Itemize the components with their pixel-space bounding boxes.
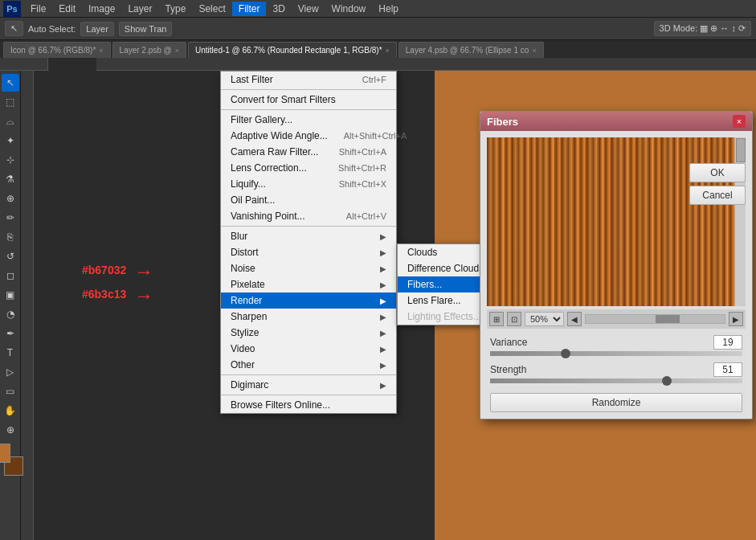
menu-item-distort[interactable]: Distort ▶ [221,244,396,260]
eyedropper-tool[interactable]: ⚗ [2,170,19,188]
preview-prev-btn[interactable]: ◀ [567,312,582,326]
strength-slider-track[interactable] [490,378,742,383]
menu-sep-4 [221,374,396,375]
menu-edit[interactable]: Edit [52,2,82,16]
menu-item-filter-gallery[interactable]: Filter Gallery... [221,112,396,128]
menu-item-lens-correction[interactable]: Lens Correction... Shift+Ctrl+R [221,160,396,176]
menu-item-vanishing-point[interactable]: Vanishing Point... Alt+Ctrl+V [221,208,396,224]
tab-2[interactable]: Untitled-1 @ 66.7% (Rounded Rectangle 1,… [188,42,397,58]
menu-3d[interactable]: 3D [266,2,291,16]
menu-window[interactable]: Window [325,2,373,16]
menu-select[interactable]: Select [192,2,231,16]
menu-item-oil-paint[interactable]: Oil Paint... [221,192,396,208]
main-layout: ↖ ⬚ ⌓ ✦ ⊹ ⚗ ⊕ ✏ ⎘ ↺ ◻ ▣ ◔ ✒ T ▷ ▭ ✋ ⊕ #b… [0,71,756,540]
fg-color-label: #b67032 → [82,264,126,276]
tab-0[interactable]: Icon @ 66.7% (RGB/8)* × [3,42,111,58]
menu-type[interactable]: Type [158,2,192,16]
strength-input[interactable] [713,362,742,377]
variance-row: Variance [490,335,742,350]
tab-bar: Icon @ 66.7% (RGB/8)* × Layer 2.psb @ × … [0,40,756,58]
show-transform-checkbox[interactable]: Show Tran [119,22,173,36]
menu-item-last-filter[interactable]: Last Filter Ctrl+F [221,72,396,88]
menu-item-adaptive[interactable]: Adaptive Wide Angle... Alt+Shift+Ctrl+A [221,128,396,144]
menu-filter[interactable]: Filter [232,2,267,16]
tab-1[interactable]: Layer 2.psb @ × [112,42,186,58]
dialog-titlebar: Fibers × [480,112,752,131]
path-selection-tool[interactable]: ▷ [2,363,19,381]
strength-label: Strength [490,364,526,375]
magic-wand-tool[interactable]: ✦ [2,132,19,149]
menu-item-smart-filters[interactable]: Convert for Smart Filters [221,92,396,108]
cancel-button[interactable]: Cancel [689,186,746,205]
menu-item-pixelate[interactable]: Pixelate ▶ [221,276,396,292]
dialog-close-button[interactable]: × [733,115,746,128]
randomize-button[interactable]: Randomize [490,393,742,412]
canvas-area: #b67032 → #6b3c13 → Last Filter Ctrl+F C… [34,71,756,540]
shape-tool[interactable]: ▭ [2,382,19,400]
variance-slider-thumb[interactable] [561,349,570,358]
hand-tool[interactable]: ✋ [2,402,19,419]
preview-next-btn[interactable]: ▶ [729,312,743,326]
auto-select-dropdown[interactable]: Layer [80,22,114,36]
fibers-dialog: Fibers × ⊞ ⊡ 5 [480,111,753,419]
menu-item-digimarc[interactable]: Digimarc ▶ [221,377,396,393]
tab-3[interactable]: Layer 4.psb @ 66.7% (Ellipse 1 co × [398,42,544,58]
tab-close-2[interactable]: × [386,47,390,55]
preview-actual-btn[interactable]: ⊡ [507,312,521,326]
tab-close-0[interactable]: × [99,47,103,55]
menu-item-render[interactable]: Render ▶ [221,292,396,309]
type-tool[interactable]: T [2,344,19,362]
menu-item-camera-raw[interactable]: Camera Raw Filter... Shift+Ctrl+A [221,144,396,160]
menu-image[interactable]: Image [82,2,121,16]
history-brush-tool[interactable]: ↺ [2,248,19,265]
foreground-color-swatch[interactable] [0,444,10,463]
variance-slider-track[interactable] [490,351,742,356]
menu-sep-2 [221,109,396,110]
dodge-tool[interactable]: ◔ [2,305,19,323]
brush-tool[interactable]: ✏ [2,209,19,227]
lasso-tool[interactable]: ⌓ [2,112,19,130]
dialog-action-buttons: OK Cancel [689,163,746,205]
tab-close-3[interactable]: × [532,47,536,55]
menu-item-sharpen[interactable]: Sharpen ▶ [221,309,396,325]
preview-fit-btn[interactable]: ⊞ [489,312,504,326]
menu-sep-1 [221,89,396,90]
menu-layer[interactable]: Layer [121,2,158,16]
crop-tool[interactable]: ⊹ [2,151,19,169]
menu-item-other[interactable]: Other ▶ [221,357,396,373]
options-bar: ↖ Auto Select: Layer Show Tran 3D Mode: … [0,18,756,40]
spot-heal-tool[interactable]: ⊕ [2,190,19,207]
preview-bottom-controls: ⊞ ⊡ 50% ◀ ▶ [487,309,746,329]
menu-item-stylize[interactable]: Stylize ▶ [221,325,396,341]
preview-hscroll-thumb [656,315,680,323]
app-logo: Ps [3,1,21,17]
menu-item-browse-filters[interactable]: Browse Filters Online... [221,397,396,413]
menu-file[interactable]: File [24,2,52,16]
dialog-body: ⊞ ⊡ 50% ◀ ▶ OK Cancel [480,131,752,419]
preview-horizontal-scrollbar[interactable] [585,314,725,324]
tab-close-1[interactable]: × [175,47,179,55]
marquee-tool[interactable]: ⬚ [2,93,19,111]
move-tool[interactable]: ↖ [2,74,19,92]
gradient-tool[interactable]: ▣ [2,286,19,304]
variance-input[interactable] [713,335,742,350]
menu-item-blur[interactable]: Blur ▶ [221,228,396,244]
pen-tool[interactable]: ✒ [2,325,19,342]
clone-tool[interactable]: ⎘ [2,228,19,246]
eraser-tool[interactable]: ◻ [2,267,19,284]
auto-select-label: Auto Select: [28,24,76,34]
zoom-dropdown[interactable]: 50% [525,312,564,326]
menu-item-video[interactable]: Video ▶ [221,341,396,357]
menu-sep-3 [221,226,396,227]
zoom-tool[interactable]: ⊕ [2,421,19,439]
menu-view[interactable]: View [292,2,325,16]
menu-item-noise[interactable]: Noise ▶ [221,260,396,276]
menu-item-liquify[interactable]: Liquify... Shift+Ctrl+X [221,176,396,192]
move-tool-options[interactable]: ↖ [5,21,23,36]
ok-button[interactable]: OK [689,163,746,182]
menu-help[interactable]: Help [372,2,405,16]
strength-slider-thumb[interactable] [662,376,672,386]
3d-options[interactable]: 3D Mode: ▦ ⊕ ↔ ↕ ⟳ [654,21,751,36]
strength-row: Strength [490,362,742,377]
variance-label: Variance [490,337,527,348]
